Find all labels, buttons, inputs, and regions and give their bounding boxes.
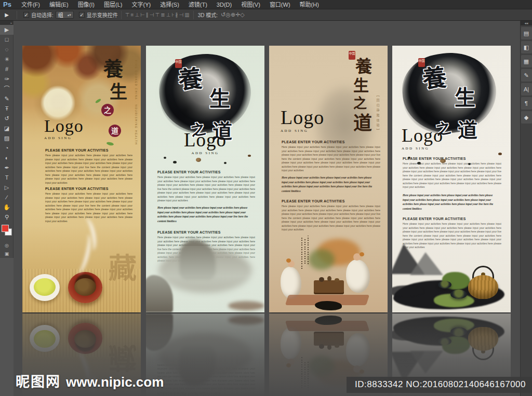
poster-4[interactable]: 中国 養 生 之 道 Logo ADD SING PLEASE ENTER YO… bbox=[392, 46, 511, 312]
distribute-left-icon[interactable]: ⊦ bbox=[171, 12, 174, 18]
distribute-bottom-icon[interactable]: ⊥ bbox=[166, 12, 171, 18]
3d-mode-label: 3D 模式: bbox=[198, 11, 218, 19]
history-brush-tool[interactable]: ↺ bbox=[0, 114, 14, 124]
panel-dock-collapse-icon[interactable]: ◂◂ bbox=[521, 21, 532, 25]
menu-layer[interactable]: 图层(L) bbox=[99, 2, 127, 8]
separator bbox=[121, 11, 122, 19]
script-body: Here please input your activities here p… bbox=[282, 175, 374, 193]
menu-window[interactable]: 窗口(W) bbox=[265, 2, 295, 8]
panel-dock: ◂◂ ▤◧▦✎A|¶◆ bbox=[520, 21, 532, 396]
activities-body: Here please input your activities here p… bbox=[403, 162, 501, 189]
swatches-panel[interactable]: ▦ bbox=[521, 55, 532, 67]
menu-help[interactable]: 帮助(H) bbox=[295, 2, 324, 8]
distribute-right-icon[interactable]: ⊣ bbox=[179, 12, 184, 18]
distribute-h-center-icon[interactable]: ∦ bbox=[176, 12, 178, 18]
blur-tool[interactable]: ◔ bbox=[0, 143, 14, 153]
photoshop-logo: Ps bbox=[0, 1, 17, 8]
separator bbox=[193, 11, 194, 19]
activities-heading: PLEASE ENTER YOUR ACTIVITIES bbox=[45, 187, 132, 190]
ink-mountain bbox=[410, 252, 443, 275]
brush-tool[interactable]: ✎ bbox=[0, 94, 14, 104]
poster-3[interactable]: 中国 養 生 之 道 【 回 归 静 雅 体 验 】 Logo ADD SING… bbox=[269, 46, 388, 312]
ink-mountain-landscape bbox=[146, 246, 264, 312]
move-tool-preset-icon[interactable]: ▶ bbox=[0, 12, 14, 18]
rect-marquee-tool[interactable]: □ bbox=[0, 35, 14, 45]
activities-body: Here please input your activities here p… bbox=[282, 145, 380, 173]
activities-heading: PLEASE ENTER YOUR ACTIVITIES bbox=[282, 140, 380, 144]
distribute-v-center-icon[interactable]: ≣ bbox=[161, 12, 165, 18]
calligraphy-sheng: 生 bbox=[455, 81, 475, 111]
tool-dock-collapse-icon[interactable]: » bbox=[0, 21, 13, 25]
dodge-tool[interactable]: ◐ bbox=[0, 153, 14, 163]
teapot bbox=[468, 275, 498, 299]
align-v-centers-icon[interactable]: ≡ bbox=[131, 12, 134, 18]
adjustments-panel[interactable]: ◧ bbox=[521, 41, 532, 53]
soup-pot bbox=[68, 272, 102, 303]
3d-scale-icon[interactable]: ◇ bbox=[240, 11, 244, 18]
calligraphy-zhi-seal: 之 bbox=[101, 104, 114, 116]
lasso-tool[interactable]: ◌ bbox=[0, 45, 14, 54]
quick-mask-button[interactable]: ◎ bbox=[0, 241, 14, 250]
auto-select-value: 组 bbox=[58, 11, 63, 19]
auto-select-label: 自动选择: bbox=[31, 11, 54, 19]
brush-panel[interactable]: ✎ bbox=[521, 69, 532, 81]
menu-filter[interactable]: 滤镜(T) bbox=[184, 2, 212, 8]
menu-select[interactable]: 选择(S) bbox=[155, 2, 184, 8]
ink-dot bbox=[498, 153, 502, 155]
auto-select-dropdown[interactable]: 组 ▴▾ bbox=[56, 11, 74, 19]
3d-roll-icon[interactable]: ◎ bbox=[225, 11, 231, 18]
history-panel[interactable]: ▤ bbox=[521, 27, 532, 39]
distribute-top-icon[interactable]: ⊤ bbox=[155, 12, 160, 18]
clone-stamp-tool[interactable]: Ŧ bbox=[0, 104, 14, 114]
eyedropper-tool[interactable]: ✑ bbox=[0, 74, 14, 84]
document-canvas[interactable]: 養 生 之 道 FIVE COOKED CHINA · NOURISHING H… bbox=[14, 21, 520, 396]
paragraph-panel[interactable]: ¶ bbox=[521, 97, 532, 110]
align-left-edges-icon[interactable]: ⊢ bbox=[140, 12, 145, 18]
type-tool[interactable]: T bbox=[0, 173, 14, 183]
3d-pan-icon[interactable]: ⊕ bbox=[231, 11, 235, 18]
pen-tool[interactable]: ✒ bbox=[0, 163, 14, 173]
menu-edit[interactable]: 编辑(E) bbox=[45, 2, 73, 8]
dropdown-arrows-icon: ▴▾ bbox=[68, 13, 71, 17]
menu-view[interactable]: 视图(V) bbox=[236, 2, 265, 8]
character-panel[interactable]: A| bbox=[521, 83, 532, 95]
auto-select-checkbox[interactable]: ✓ bbox=[23, 12, 29, 18]
poster3-bracket-text: 【 回 归 静 雅 体 验 】 bbox=[376, 93, 380, 132]
tea-table bbox=[314, 280, 344, 293]
quick-selection-tool[interactable]: ✳ bbox=[0, 54, 14, 64]
3d-rotate-icon[interactable]: ↺ bbox=[221, 11, 225, 18]
gradient-tool[interactable]: ▨ bbox=[0, 133, 14, 143]
3d-panel[interactable]: ◆ bbox=[521, 111, 532, 124]
activities-body: Here please input your activities here p… bbox=[45, 154, 132, 185]
activities-body: Here please input your activities here p… bbox=[45, 192, 132, 223]
menu-file[interactable]: 文件(F) bbox=[17, 2, 45, 8]
move-tool[interactable]: ▶ bbox=[0, 25, 14, 35]
crop-tool[interactable]: # bbox=[0, 64, 14, 74]
menu-type[interactable]: 文字(Y) bbox=[127, 2, 155, 8]
align-top-edges-icon[interactable]: ⊤ bbox=[125, 12, 130, 18]
auto-align-layers-icon[interactable]: ▥ bbox=[184, 12, 189, 18]
foreground-color-swatch[interactable] bbox=[2, 225, 9, 232]
zoom-tool[interactable]: ⚲ bbox=[0, 212, 14, 222]
calligraphy-dao: 道 bbox=[458, 114, 477, 143]
zang-calligraphy: 藏 bbox=[109, 245, 137, 286]
align-h-centers-icon[interactable]: ∥ bbox=[146, 12, 149, 18]
line-tool[interactable]: ∕ bbox=[0, 193, 14, 202]
eraser-tool[interactable]: ◪ bbox=[0, 124, 14, 133]
menu-image[interactable]: 图像(I) bbox=[73, 2, 99, 8]
poster-2[interactable]: 中国 養 生 之 道 Logo ADD SING PLEASE ENTER YO… bbox=[146, 46, 264, 312]
path-selection-tool[interactable]: ▷ bbox=[0, 183, 14, 193]
menu-3d[interactable]: 3D(D) bbox=[212, 2, 236, 8]
screen-mode-button[interactable]: ▣ bbox=[0, 250, 14, 258]
logo-subtext: ADD SING bbox=[281, 129, 324, 133]
tea-and-soup-photo: 藏 bbox=[22, 225, 141, 312]
3d-slide-icon[interactable]: ✛ bbox=[235, 11, 240, 18]
healing-brush-tool[interactable]: ⌒ bbox=[0, 84, 14, 94]
poster-1[interactable]: 養 生 之 道 FIVE COOKED CHINA · NOURISHING H… bbox=[22, 46, 141, 312]
hand-tool[interactable]: ✋ bbox=[0, 202, 14, 212]
align-right-edges-icon[interactable]: ⊣ bbox=[150, 12, 154, 18]
show-transform-checkbox[interactable]: ✓ bbox=[79, 12, 85, 18]
align-bottom-edges-icon[interactable]: ⊥ bbox=[135, 12, 139, 18]
nipic-site-name: 昵图网 bbox=[16, 371, 61, 391]
options-bar: ▶ ✓ 自动选择: 组 ▴▾ ✓ 显示变换控件 ⊤≡⊥⊢∥⊣⊤≣⊥⊦∦⊣▥ 3D… bbox=[0, 9, 532, 21]
